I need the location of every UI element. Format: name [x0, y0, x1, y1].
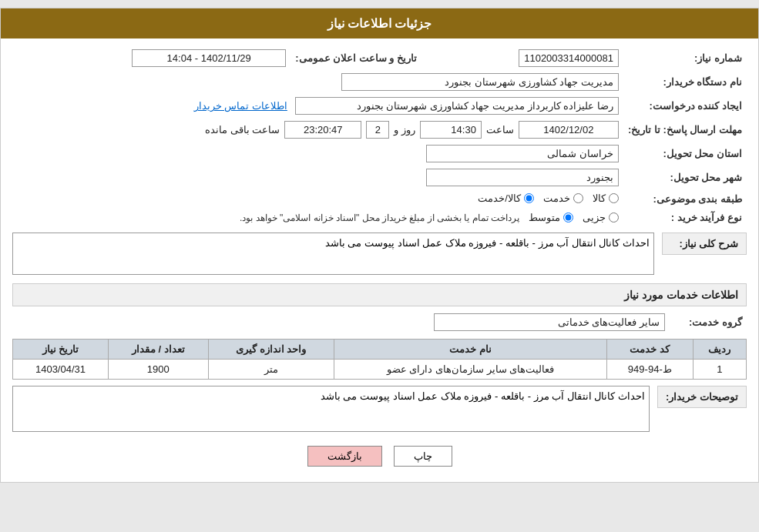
cell-unit: متر — [208, 360, 334, 380]
radio-khadamat-label: خدمت — [543, 192, 570, 204]
buyer-org-label: نام دستگاه خریدار: — [623, 70, 747, 94]
city-label: شهر محل تحویل: — [623, 166, 747, 189]
hours-label: ساعت باقی مانده — [205, 124, 280, 136]
description-textarea — [12, 233, 654, 275]
service-group-value: سایر فعالیت‌های خدماتی — [434, 313, 665, 331]
print-button[interactable]: چاپ — [394, 446, 452, 467]
back-button[interactable]: بازگشت — [307, 446, 382, 467]
radio-kala-label: کالا — [593, 192, 606, 204]
services-section-header: اطلاعات خدمات مورد نیاز — [12, 283, 747, 306]
radio-khadamat[interactable]: خدمت — [543, 192, 583, 204]
cell-quantity: 1900 — [108, 360, 208, 380]
page-title: جزئیات اطلاعات نیاز — [1, 8, 758, 38]
cell-code: ط-94-949 — [607, 360, 694, 380]
need-number-value: 1102003314000081 — [519, 49, 619, 67]
creator-value: رضا علیزاده کاربرداز مدیریت جهاد کشاورزی… — [295, 97, 619, 115]
purchase-note: پرداخت تمام یا بخشی از مبلغ خریداز محل "… — [240, 212, 519, 223]
radio-kala-khadamat[interactable]: کالا/خدمت — [478, 192, 534, 204]
province-label: استان محل تحویل: — [623, 142, 747, 166]
province-value: خراسان شمالی — [426, 145, 619, 162]
buyer-desc-textarea — [12, 386, 650, 432]
buyer-desc-label: توصیحات خریدار: — [657, 386, 747, 408]
radio-motavaset-label: متوسط — [529, 212, 560, 223]
deadline-label: مهلت ارسال پاسخ: تا تاریخ: — [623, 118, 747, 142]
deadline-days: 2 — [366, 121, 389, 139]
radio-jozee[interactable]: جزیی — [583, 212, 619, 223]
buyer-org-value: مدیریت جهاد کشاورزی شهرستان بجنورد — [341, 73, 619, 91]
deadline-time: 14:30 — [420, 121, 482, 139]
cell-date: 1403/04/31 — [13, 360, 109, 380]
service-group-label: گروه خدمت: — [670, 310, 747, 334]
need-number-label: شماره نیاز: — [623, 46, 747, 70]
radio-motavaset[interactable]: متوسط — [529, 212, 573, 223]
radio-kala[interactable]: کالا — [593, 192, 619, 204]
radio-jozee-label: جزیی — [583, 212, 606, 223]
deadline-remaining: 23:20:47 — [284, 121, 361, 139]
deadline-date: 1402/12/02 — [519, 121, 619, 139]
table-row: 1 ط-94-949 فعالیت‌های سایر سازمان‌های دا… — [13, 360, 747, 380]
creator-link[interactable]: اطلاعات تماس خریدار — [194, 100, 287, 112]
radio-kala-khadamat-label: کالا/خدمت — [478, 192, 521, 204]
pub-date-label: تاریخ و ساعت اعلان عمومی: — [291, 46, 421, 70]
col-header-date: تاریخ نیاز — [13, 340, 109, 360]
cell-name: فعالیت‌های سایر سازمان‌های دارای عضو — [334, 360, 607, 380]
col-header-quantity: تعداد / مقدار — [108, 340, 208, 360]
description-label: شرح کلی نیاز: — [662, 233, 747, 255]
category-label: طبقه بندی موضوعی: — [623, 189, 747, 209]
city-value: بجنورد — [426, 169, 619, 186]
creator-label: ایجاد کننده درخواست: — [623, 94, 747, 118]
col-header-row: ردیف — [693, 340, 746, 360]
days-label: روز و — [394, 124, 415, 136]
col-header-name: نام خدمت — [334, 340, 607, 360]
col-header-code: کد خدمت — [607, 340, 694, 360]
pub-date-value: 1402/11/29 - 14:04 — [132, 49, 286, 67]
time-label: ساعت — [486, 124, 514, 136]
cell-row: 1 — [693, 360, 746, 380]
col-header-unit: واحد اندازه گیری — [208, 340, 334, 360]
purchase-type-label: نوع فرآیند خرید : — [623, 209, 747, 226]
